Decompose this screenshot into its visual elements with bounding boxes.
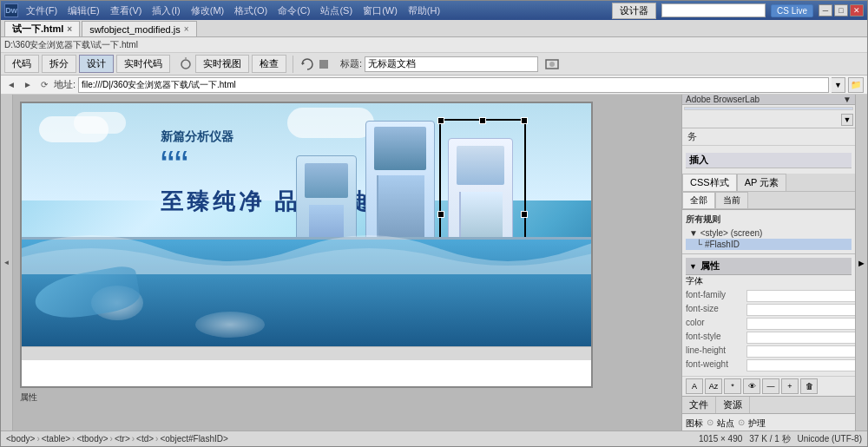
prop-name-font-weight: font-weight xyxy=(686,359,746,371)
canvas-status xyxy=(22,346,591,360)
file-tab-1[interactable]: swfobject_modified.js × xyxy=(82,21,196,36)
panel-dropdown-bar: ▼ xyxy=(682,112,855,128)
prop-value-font-size[interactable] xyxy=(746,304,862,316)
menu-file[interactable]: 文件(F) xyxy=(22,3,62,18)
title-bar-menu: 文件(F) 编辑(E) 查看(V) 插入(I) 修改(M) 格式(O) 命令(C… xyxy=(22,3,444,18)
prop-value-font-family[interactable] xyxy=(746,290,862,302)
address-dropdown[interactable]: ▼ xyxy=(832,77,845,93)
css-ap-tabs: CSS样式 AP 元素 xyxy=(682,174,855,192)
right-panel: Adobe BrowserLab ▼ ▼ 务 插入 CSS样式 xyxy=(681,95,855,431)
cs-live-button[interactable]: CS Live xyxy=(771,4,813,17)
bc-object[interactable]: <object#FlashID> xyxy=(160,434,227,444)
back-button[interactable]: ◄ xyxy=(4,78,18,92)
refresh-icon[interactable] xyxy=(300,57,314,71)
preview-icon[interactable] xyxy=(544,56,560,72)
prop-value-font-style[interactable] xyxy=(746,332,862,344)
live-code-button[interactable]: 实时代码 xyxy=(116,55,170,73)
prop-value-font-weight[interactable] xyxy=(746,359,862,371)
menu-site[interactable]: 站点(S) xyxy=(316,3,357,18)
close-button[interactable]: ✕ xyxy=(850,4,864,16)
live-view-button[interactable]: 实时视图 xyxy=(195,55,249,73)
menu-format[interactable]: 格式(O) xyxy=(230,3,272,18)
right-panel-toggle[interactable]: ► xyxy=(855,95,867,431)
props-btn-category[interactable]: * xyxy=(724,378,741,394)
ap-elements-tab[interactable]: AP 元素 xyxy=(737,174,787,191)
prop-name-font-size: font-size xyxy=(686,304,746,316)
props-btn-delete[interactable]: 🗑 xyxy=(800,378,818,394)
water-waves-svg xyxy=(22,222,591,274)
prop-row-color: color xyxy=(686,317,852,331)
design-button[interactable]: 设计 xyxy=(79,55,114,73)
assets-dot-2: ⊙ xyxy=(738,417,745,430)
dw-logo: Dw xyxy=(4,3,18,17)
settings-icon xyxy=(179,57,193,71)
rules-tree: ▼ <style> (screen) └ #FlashID xyxy=(686,227,852,250)
bc-table[interactable]: <table> xyxy=(42,434,70,444)
main-area: ◄ 新篇分析仪器 ““ 至臻纯净 品质卓越 xyxy=(1,95,867,431)
prop-value-color[interactable] xyxy=(746,318,862,330)
menu-modify[interactable]: 修改(M) xyxy=(187,3,229,18)
menu-insert[interactable]: 插入(I) xyxy=(148,3,184,18)
file-tab-label-1: swfobject_modified.js xyxy=(89,24,181,35)
size-text: 37 K / 1 秒 xyxy=(749,433,790,445)
props-btn-az[interactable]: Az xyxy=(705,378,722,394)
breadcrumb: <body> › <table> › <tbody> › <tr> › <td>… xyxy=(6,434,699,444)
file-assets-tabs: 文件 资源 xyxy=(682,396,855,414)
all-current-tabs: 全部 当前 xyxy=(682,192,855,209)
props-section-header: ▼ 属性 xyxy=(686,258,852,275)
panel-collapse-icon[interactable]: ▼ xyxy=(843,95,852,104)
属性-label: 属性 xyxy=(20,391,37,404)
panel-dropdown-button[interactable]: ▼ xyxy=(841,114,853,126)
title-input[interactable] xyxy=(365,56,538,72)
assets-tab-panel[interactable]: 资源 xyxy=(716,397,750,413)
cloud-2 xyxy=(74,112,126,134)
bc-td[interactable]: <td> xyxy=(136,434,154,444)
bc-tr[interactable]: <tr> xyxy=(115,434,130,444)
prop-name-line-height: line-height xyxy=(686,345,746,358)
props-btn-new[interactable]: + xyxy=(781,378,799,394)
file-tab-close-0[interactable]: × xyxy=(67,24,72,34)
menu-view[interactable]: 查看(V) xyxy=(106,3,147,18)
stop-icon[interactable] xyxy=(317,57,331,71)
insert-panel: 插入 xyxy=(682,149,855,174)
forward-button[interactable]: ► xyxy=(21,78,35,92)
file-browse-button[interactable]: 📁 xyxy=(848,77,864,93)
code-button[interactable]: 代码 xyxy=(4,55,39,73)
file-tab-close-1[interactable]: × xyxy=(184,24,189,34)
css-styles-tab[interactable]: CSS样式 xyxy=(682,174,737,191)
address-input[interactable] xyxy=(78,77,829,93)
maximize-button[interactable]: □ xyxy=(834,4,848,16)
menu-help[interactable]: 帮助(H) xyxy=(404,3,444,18)
canvas-bottom-info: 属性 xyxy=(20,391,674,404)
menu-edit[interactable]: 编辑(E) xyxy=(63,3,104,18)
props-btn-eye[interactable]: 👁 xyxy=(743,378,760,394)
split-button[interactable]: 拆分 xyxy=(42,55,76,73)
bc-body[interactable]: <body> xyxy=(6,434,35,444)
file-tab-0[interactable]: 试一下.html × xyxy=(4,21,80,36)
prop-row-font-size: font-size xyxy=(686,303,852,317)
title-bar-right: 设计器 CS Live ─ □ ✕ xyxy=(612,3,864,19)
path-text: D:\360安全浏览器下载\试一下.html xyxy=(4,39,138,51)
app-window: Dw 文件(F) 编辑(E) 查看(V) 插入(I) 修改(M) 格式(O) 命… xyxy=(0,0,868,447)
search-input[interactable] xyxy=(661,3,766,17)
status-right: 1015 × 490 37 K / 1 秒 Unicode (UTF-8) xyxy=(699,433,862,445)
menu-command[interactable]: 命令(C) xyxy=(273,3,314,18)
minimize-button[interactable]: ─ xyxy=(819,4,832,16)
rule-flashid[interactable]: └ #FlashID xyxy=(686,239,852,250)
menu-window[interactable]: 窗口(W) xyxy=(358,3,402,18)
left-panel-toggle[interactable]: ◄ xyxy=(1,95,13,431)
left-toggle-arrow-icon: ◄ xyxy=(3,259,10,266)
bc-sep-2: › xyxy=(110,434,113,444)
current-tab[interactable]: 当前 xyxy=(715,192,748,208)
cs-live-title xyxy=(685,108,852,109)
props-btn-attach[interactable]: A xyxy=(686,378,703,394)
rule-style-screen[interactable]: ▼ <style> (screen) xyxy=(686,227,852,239)
prop-value-line-height[interactable] xyxy=(746,345,862,358)
file-tab-panel[interactable]: 文件 xyxy=(682,397,716,413)
all-tab[interactable]: 全部 xyxy=(682,192,715,208)
bc-tbody[interactable]: <tbody> xyxy=(76,434,108,444)
css-ap-panel: CSS样式 AP 元素 全部 当前 xyxy=(682,174,855,210)
inspect-button[interactable]: 检查 xyxy=(252,55,286,73)
props-btn-dash[interactable]: — xyxy=(762,378,779,394)
refresh-nav-button[interactable]: ⟳ xyxy=(37,78,51,92)
